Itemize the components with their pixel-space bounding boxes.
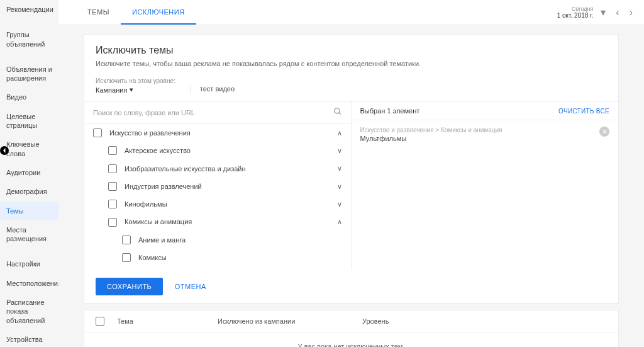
tree-checkbox[interactable]	[108, 182, 117, 191]
tree-row[interactable]: Мультфильмы	[84, 266, 351, 270]
level-label: Исключить на этом уровне:	[96, 77, 175, 84]
tree-row[interactable]: Индустрия развлечений∨	[84, 178, 351, 195]
selected-chip: Искусство и развлечения > Комиксы и аним…	[352, 120, 619, 149]
sidebar-item[interactable]: Демография	[0, 182, 58, 201]
chevron-down-icon[interactable]: ∨	[337, 200, 342, 208]
tree-checkbox[interactable]	[122, 236, 131, 244]
topics-browser: Искусство и развлечения∧Актерское искусс…	[84, 102, 352, 270]
sidebar-item[interactable]: Объявления и расширения	[0, 60, 58, 88]
sidebar-item[interactable]: Местоположения	[0, 274, 58, 293]
dropdown-icon[interactable]: ▾	[598, 5, 608, 20]
tree-checkbox[interactable]	[108, 200, 117, 208]
sidebar-item[interactable]: Места размещения	[0, 220, 58, 249]
exclusions-table: Тема Исключено из кампании Уровень У вас…	[84, 310, 619, 347]
tree-row[interactable]: Искусство и развлечения∧	[84, 124, 351, 142]
sidebar-item[interactable]: Расписание показа объявлений	[0, 293, 58, 330]
svg-line-1	[338, 113, 340, 115]
sidebar-item[interactable]: Ключевые слова	[0, 135, 58, 163]
sidebar-item[interactable]: Группы объявлений	[0, 25, 58, 54]
tree-checkbox[interactable]	[108, 164, 117, 173]
top-bar: ТЕМЫИСКЛЮЧЕНИЯ Сегодня 1 окт. 2018 г. ▾ …	[58, 0, 644, 25]
chip-path: Искусство и развлечения > Комиксы и аним…	[360, 127, 595, 134]
campaign-name: тест видео	[191, 85, 235, 94]
search-icon[interactable]	[333, 107, 342, 118]
tree-row[interactable]: Комиксы и анимация∧	[84, 213, 351, 230]
tree-label: Комиксы и анимация	[125, 217, 337, 226]
tree-row[interactable]: Актерское искусство∨	[84, 142, 351, 159]
card-title: Исключить темы	[96, 45, 607, 56]
date-range: Сегодня 1 окт. 2018 г. ▾ ‹ ›	[557, 5, 644, 20]
tree-row[interactable]: Комиксы	[84, 249, 351, 266]
tree-label: Индустрия развлечений	[125, 182, 337, 191]
svg-point-0	[334, 108, 339, 113]
main-content: Исключить темы Исключите темы, чтобы ваш…	[58, 25, 644, 347]
date-value: 1 окт. 2018 г.	[557, 12, 594, 19]
chevron-down-icon: ▾	[130, 86, 133, 94]
tree-checkbox[interactable]	[108, 218, 117, 227]
chevron-down-icon[interactable]: ∨	[337, 183, 342, 191]
tab[interactable]: ИСКЛЮЧЕНИЯ	[121, 0, 196, 25]
tree-label: Изобразительные искусства и дизайн	[125, 164, 337, 173]
chevron-up-icon[interactable]: ∧	[337, 218, 342, 226]
tabs: ТЕМЫИСКЛЮЧЕНИЯ	[58, 0, 196, 25]
topics-tree[interactable]: Искусство и развлечения∧Актерское искусс…	[84, 124, 351, 270]
save-button[interactable]: СОХРАНИТЬ	[96, 278, 163, 295]
date-label: Сегодня	[557, 6, 594, 12]
sidebar: РекомендацииГруппы объявленийОбъявления …	[0, 0, 58, 347]
empty-message: У вас пока нет исключенных тем.	[94, 343, 608, 347]
col-topic: Тема	[117, 317, 218, 325]
sidebar-item[interactable]: Рекомендации	[0, 0, 58, 19]
tree-label: Искусство и развлечения	[109, 128, 337, 137]
tree-row[interactable]: Аниме и манга	[84, 231, 351, 249]
sidebar-item[interactable]: Темы	[0, 202, 58, 220]
next-icon[interactable]: ›	[627, 6, 635, 20]
selected-count: Выбран 1 элемент	[360, 107, 420, 115]
cancel-button[interactable]: ОТМЕНА	[166, 278, 215, 295]
tree-label: Аниме и манга	[138, 236, 342, 244]
card-subtitle: Исключите темы, чтобы ваша реклама не по…	[96, 60, 607, 67]
level-value: Кампания	[96, 86, 127, 94]
col-excluded-from: Исключено из кампании	[218, 317, 362, 325]
col-level: Уровень	[362, 317, 457, 325]
sidebar-item[interactable]: Устройства	[0, 330, 58, 347]
tree-row[interactable]: Изобразительные искусства и дизайн∨	[84, 160, 351, 178]
clear-all-button[interactable]: ОЧИСТИТЬ ВСЕ	[558, 108, 609, 115]
tree-label: Кинофильмы	[125, 200, 337, 208]
tree-label: Актерское искусство	[125, 146, 337, 155]
prev-icon[interactable]: ‹	[613, 6, 621, 20]
sidebar-item[interactable]: Видео	[0, 88, 58, 106]
sidebar-collapse-icon[interactable]	[0, 146, 9, 155]
remove-chip-icon[interactable]: ✕	[599, 127, 609, 137]
tab[interactable]: ТЕМЫ	[76, 0, 121, 25]
sidebar-item[interactable]: Целевые страницы	[0, 107, 58, 135]
sidebar-item[interactable]: Аудитории	[0, 163, 58, 182]
tree-label: Комиксы	[138, 253, 342, 262]
chip-label: Мультфильмы	[360, 135, 595, 142]
selected-panel: Выбран 1 элемент ОЧИСТИТЬ ВСЕ Искусство …	[352, 102, 619, 270]
exclude-topics-card: Исключить темы Исключите темы, чтобы ваш…	[84, 34, 619, 304]
tree-checkbox[interactable]	[108, 146, 117, 155]
select-all-checkbox[interactable]	[96, 317, 104, 326]
tree-row[interactable]: Кинофильмы∨	[84, 195, 351, 213]
level-dropdown[interactable]: Кампания ▾	[96, 86, 175, 94]
chevron-down-icon[interactable]: ∨	[337, 147, 342, 155]
chevron-down-icon[interactable]: ∨	[337, 164, 342, 173]
search-input[interactable]	[93, 109, 333, 117]
sidebar-item[interactable]: Настройки	[0, 254, 58, 273]
tree-checkbox[interactable]	[93, 128, 102, 137]
tree-checkbox[interactable]	[122, 253, 131, 262]
chevron-up-icon[interactable]: ∧	[337, 129, 342, 137]
